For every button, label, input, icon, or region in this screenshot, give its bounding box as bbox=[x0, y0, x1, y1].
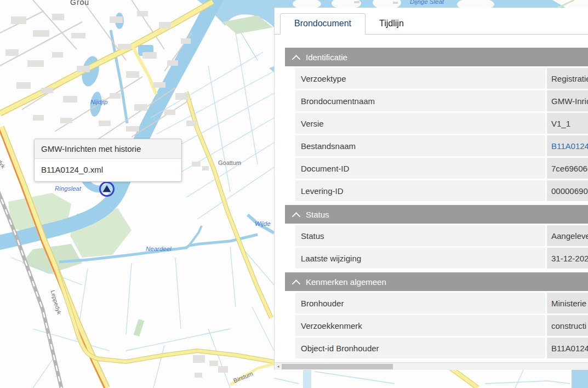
section-header-identificatie[interactable]: Identificatie bbox=[285, 48, 588, 66]
row-value: Registratie bbox=[547, 68, 588, 89]
popup-filename: B11A0124_0.xml bbox=[35, 159, 181, 181]
row-label: Bronhouder bbox=[295, 293, 545, 313]
row-label: Bestandsnaam bbox=[295, 135, 545, 156]
popup-title: GMW-Inrichten met historie bbox=[35, 139, 181, 159]
table-row: Laatste wijziging31-12-202 bbox=[295, 248, 588, 269]
row-label: Document-ID bbox=[295, 158, 545, 179]
panel-content: IdentificatieVerzoektypeRegistratieBrond… bbox=[275, 35, 588, 362]
row-value: Ministerie bbox=[547, 293, 588, 313]
horizontal-scrollbar[interactable]: ◂ bbox=[275, 362, 588, 370]
row-label: Verzoektype bbox=[295, 68, 545, 89]
section-header-kenmerken-algemeen[interactable]: Kenmerken algemeen bbox=[285, 272, 588, 291]
gmw-well-marker[interactable] bbox=[100, 182, 114, 196]
row-label: Laatste wijziging bbox=[295, 248, 545, 269]
section-title: Kenmerken algemeen bbox=[306, 277, 386, 287]
scroll-left-icon[interactable]: ◂ bbox=[275, 363, 282, 370]
row-value: 00000690 bbox=[547, 180, 588, 201]
row-value-link[interactable]: B11A0124 bbox=[547, 135, 588, 156]
detail-panel: BrondocumentTijdlijn IdentificatieVerzoe… bbox=[274, 8, 588, 370]
row-label: Verzoekkenmerk bbox=[295, 315, 545, 336]
tab-brondocument[interactable]: Brondocument bbox=[280, 13, 366, 35]
row-value: 7ce69606e bbox=[547, 158, 588, 179]
table-row: Levering-ID00000690 bbox=[295, 180, 588, 201]
table-row: BrondocumentnaamGMW-Inric bbox=[295, 90, 588, 111]
row-value: B11A0124 bbox=[547, 338, 588, 358]
tab-tijdlijn[interactable]: Tijdlijn bbox=[366, 14, 418, 34]
row-value: 31-12-202 bbox=[547, 248, 588, 269]
table-row: VerzoektypeRegistratie bbox=[295, 68, 588, 89]
table-row: StatusAangeleve bbox=[295, 225, 588, 246]
section-title: Status bbox=[306, 210, 329, 219]
table-row: Verzoekkenmerkconstructi bbox=[295, 315, 588, 336]
section-header-status[interactable]: Status bbox=[285, 205, 588, 224]
section-title: Identificatie bbox=[306, 53, 347, 62]
row-value: GMW-Inric bbox=[547, 90, 588, 111]
row-value: Aangeleve bbox=[547, 225, 588, 246]
row-label: Levering-ID bbox=[295, 180, 545, 201]
table-row: BronhouderMinisterie bbox=[295, 293, 588, 313]
map-feature-popup: GMW-Inrichten met historie B11A0124_0.xm… bbox=[34, 139, 182, 182]
row-label: Status bbox=[295, 225, 545, 246]
table-row: VersieV1_1 bbox=[295, 113, 588, 134]
scrollbar-thumb[interactable] bbox=[282, 364, 393, 369]
chevron-up-icon bbox=[292, 279, 301, 288]
row-label: Versie bbox=[295, 113, 545, 134]
row-value: constructi bbox=[547, 315, 588, 336]
row-label: Object-id Bronhouder bbox=[295, 338, 545, 358]
table-row: BestandsnaamB11A0124 bbox=[295, 135, 588, 156]
table-row: Object-id BronhouderB11A0124 bbox=[295, 338, 588, 358]
row-value: V1_1 bbox=[547, 113, 588, 134]
chevron-up-icon bbox=[292, 212, 301, 221]
table-row: Document-ID7ce69606e bbox=[295, 158, 588, 179]
bro-viewer-app: Grou Nijdjip Goattum Ringsleat Wijde Nea… bbox=[0, 0, 588, 388]
row-label: Brondocumentnaam bbox=[295, 90, 545, 111]
tab-bar: BrondocumentTijdlijn bbox=[275, 8, 588, 35]
chevron-up-icon bbox=[292, 55, 301, 64]
